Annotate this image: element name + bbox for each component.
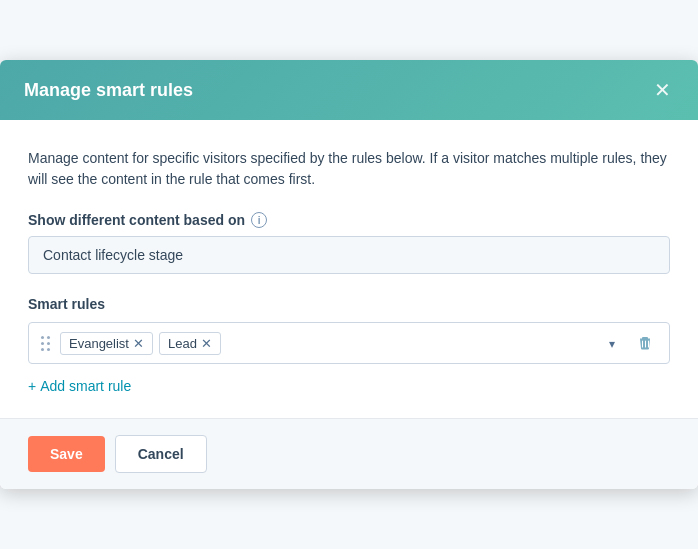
modal-title: Manage smart rules xyxy=(24,80,193,101)
add-smart-rule-label: Add smart rule xyxy=(40,378,131,394)
modal-body: Manage content for specific visitors spe… xyxy=(0,120,698,418)
rule-row: Evangelist ✕ Lead ✕ ▾ xyxy=(28,322,670,364)
cancel-button[interactable]: Cancel xyxy=(115,435,207,473)
save-button[interactable]: Save xyxy=(28,436,105,472)
add-smart-rule-button[interactable]: + Add smart rule xyxy=(28,378,131,394)
drag-handle[interactable] xyxy=(37,332,54,355)
tag-lead: Lead ✕ xyxy=(159,332,221,355)
trash-icon xyxy=(637,335,653,351)
description-text: Manage content for specific visitors spe… xyxy=(28,148,670,190)
manage-smart-rules-modal: Manage smart rules ✕ Manage content for … xyxy=(0,60,698,489)
smart-rules-label: Smart rules xyxy=(28,296,670,312)
rule-dropdown-button[interactable]: ▾ xyxy=(601,331,623,355)
info-icon[interactable]: i xyxy=(251,212,267,228)
show-based-on-section: Show different content based on i xyxy=(28,212,670,228)
tag-evangelist: Evangelist ✕ xyxy=(60,332,153,355)
delete-rule-button[interactable] xyxy=(629,331,661,355)
modal-footer: Save Cancel xyxy=(0,418,698,489)
modal-header: Manage smart rules ✕ xyxy=(0,60,698,120)
tag-evangelist-label: Evangelist xyxy=(69,336,129,351)
chevron-down-icon: ▾ xyxy=(609,337,615,351)
remove-evangelist-button[interactable]: ✕ xyxy=(133,337,144,350)
remove-lead-button[interactable]: ✕ xyxy=(201,337,212,350)
lifecycle-stage-select[interactable]: Contact lifecycle stage xyxy=(28,236,670,274)
tags-area: Evangelist ✕ Lead ✕ xyxy=(60,332,595,355)
close-button[interactable]: ✕ xyxy=(650,78,674,102)
show-based-on-label: Show different content based on xyxy=(28,212,245,228)
plus-icon: + xyxy=(28,378,36,394)
tag-lead-label: Lead xyxy=(168,336,197,351)
